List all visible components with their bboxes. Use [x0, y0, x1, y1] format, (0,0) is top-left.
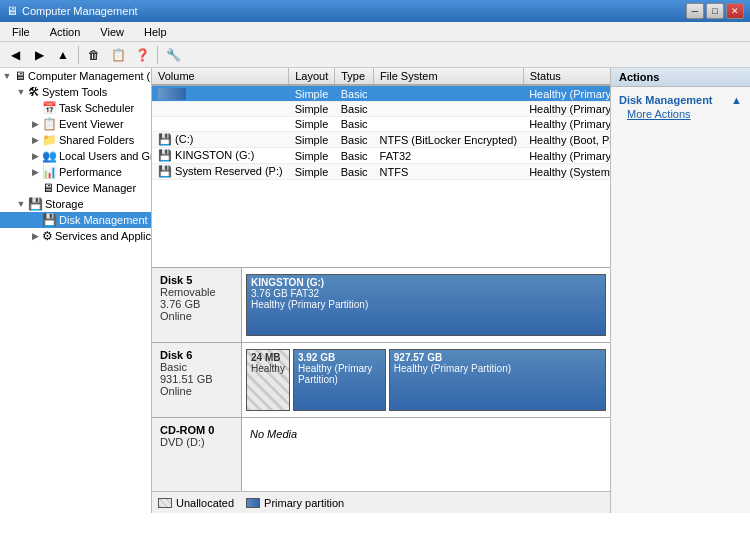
- services-label: Services and Applications: [55, 230, 152, 242]
- cell-type: Basic: [335, 132, 374, 148]
- disk-info: Disk 5Removable3.76 GBOnline: [152, 268, 242, 342]
- menu-help[interactable]: Help: [136, 25, 175, 39]
- toolbar-properties[interactable]: 📋: [107, 44, 129, 66]
- table-row[interactable]: 💾 KINGSTON (G:)SimpleBasicFAT32Healthy (…: [152, 148, 610, 164]
- expand-users: ▶: [28, 151, 42, 161]
- toolbar-separator-1: [78, 46, 79, 64]
- disk-visual-row: Disk 6Basic931.51 GBOnline24 MBHealthy3.…: [152, 343, 610, 418]
- disk-visual-row: Disk 5Removable3.76 GBOnlineKINGSTON (G:…: [152, 268, 610, 343]
- disk-size: 3.76 GB: [160, 298, 237, 310]
- vol-icon: 💾: [158, 133, 175, 145]
- actions-disk-arrow: ▲: [731, 94, 742, 106]
- root-icon: 🖥: [14, 69, 26, 83]
- device-label: Device Manager: [56, 182, 136, 194]
- minimize-button[interactable]: ─: [686, 3, 704, 19]
- sidebar-local-users[interactable]: ▶ 👥 Local Users and Groups: [0, 148, 151, 164]
- maximize-button[interactable]: □: [706, 3, 724, 19]
- part-status: Healthy (Primary Partition): [251, 299, 601, 310]
- col-type[interactable]: Type: [335, 68, 374, 85]
- table-row[interactable]: 💾 (C:)SimpleBasicNTFS (BitLocker Encrypt…: [152, 132, 610, 148]
- part-name: KINGSTON (G:): [251, 277, 601, 288]
- event-icon: 📋: [42, 117, 57, 131]
- toolbar-help[interactable]: ❓: [131, 44, 153, 66]
- cell-status: Healthy (Primary Partition): [523, 102, 610, 117]
- storage-icon: 💾: [28, 197, 43, 211]
- table-row[interactable]: SimpleBasicHealthy (Primary Partition): [152, 117, 610, 132]
- partition-block[interactable]: 24 MBHealthy: [246, 349, 290, 411]
- toolbar-show-hide[interactable]: 🗑: [83, 44, 105, 66]
- no-media-label: No Media: [246, 424, 301, 486]
- col-status[interactable]: Status: [523, 68, 610, 85]
- cell-filesystem: [374, 102, 524, 117]
- device-icon: 🖥: [42, 181, 54, 195]
- sidebar-services[interactable]: ▶ ⚙ Services and Applications: [0, 228, 151, 244]
- sidebar: ▼ 🖥 Computer Management (Local) ▼ 🛠 Syst…: [0, 68, 152, 513]
- sidebar-event-viewer[interactable]: ▶ 📋 Event Viewer: [0, 116, 151, 132]
- menu-action[interactable]: Action: [42, 25, 89, 39]
- disk-name: Disk 5: [160, 274, 237, 286]
- actions-section: Disk Management ▲ More Actions: [611, 87, 750, 125]
- toolbar-forward[interactable]: ▶: [28, 44, 50, 66]
- sidebar-shared-folders[interactable]: ▶ 📁 Shared Folders: [0, 132, 151, 148]
- sidebar-root[interactable]: ▼ 🖥 Computer Management (Local): [0, 68, 151, 84]
- cell-status: Healthy (System, Active, Primary Partiti…: [523, 164, 610, 180]
- table-row[interactable]: SimpleBasicHealthy (Primary Partition): [152, 102, 610, 117]
- cell-status: Healthy (Primary Partition): [523, 85, 610, 102]
- task-icon: 📅: [42, 101, 57, 115]
- actions-disk-label: Disk Management: [619, 94, 713, 106]
- cell-filesystem: FAT32: [374, 148, 524, 164]
- cell-type: Basic: [335, 102, 374, 117]
- sidebar-performance[interactable]: ▶ 📊 Performance: [0, 164, 151, 180]
- users-label: Local Users and Groups: [59, 150, 152, 162]
- partition-block[interactable]: 3.92 GBHealthy (Primary Partition): [293, 349, 386, 411]
- col-filesystem[interactable]: File System: [374, 68, 524, 85]
- sidebar-storage[interactable]: ▼ 💾 Storage: [0, 196, 151, 212]
- expand-services: ▶: [28, 231, 42, 241]
- disk-name: CD-ROM 0: [160, 424, 237, 436]
- disk-visual-row: CD-ROM 0DVD (D:)No Media: [152, 418, 610, 491]
- cell-type: Basic: [335, 85, 374, 102]
- vol-icon: 💾: [158, 165, 175, 177]
- legend-unallocated: Unallocated: [158, 497, 234, 509]
- cell-layout: Simple: [289, 117, 335, 132]
- table-row[interactable]: 💾 System Reserved (P:)SimpleBasicNTFSHea…: [152, 164, 610, 180]
- title-bar-buttons: ─ □ ✕: [686, 3, 744, 19]
- shared-label: Shared Folders: [59, 134, 134, 146]
- cell-status: Healthy (Primary Partition): [523, 117, 610, 132]
- legend-unalloc-label: Unallocated: [176, 497, 234, 509]
- actions-more[interactable]: More Actions: [619, 107, 742, 121]
- sidebar-disk-management[interactable]: 💾 Disk Management: [0, 212, 151, 228]
- cell-filesystem: [374, 117, 524, 132]
- disk-info: CD-ROM 0DVD (D:): [152, 418, 242, 491]
- actions-header: Actions: [611, 68, 750, 87]
- legend-primary-box: [246, 498, 260, 508]
- part-status: Healthy (Primary Partition): [394, 363, 601, 374]
- sidebar-device-manager[interactable]: 🖥 Device Manager: [0, 180, 151, 196]
- partition-block[interactable]: KINGSTON (G:)3.76 GB FAT32Healthy (Prima…: [246, 274, 606, 336]
- sidebar-task-scheduler[interactable]: 📅 Task Scheduler: [0, 100, 151, 116]
- menu-view[interactable]: View: [92, 25, 132, 39]
- disk-partitions: No Media: [242, 418, 610, 491]
- menu-file[interactable]: File: [4, 25, 38, 39]
- partition-block[interactable]: 927.57 GBHealthy (Primary Partition): [389, 349, 606, 411]
- toolbar-back[interactable]: ◀: [4, 44, 26, 66]
- col-layout[interactable]: Layout: [289, 68, 335, 85]
- toolbar-extra[interactable]: 🔧: [162, 44, 184, 66]
- table-row[interactable]: SimpleBasicHealthy (Primary Partition): [152, 85, 610, 102]
- disk-label: Disk Management: [59, 214, 148, 226]
- sidebar-system-tools[interactable]: ▼ 🛠 System Tools: [0, 84, 151, 100]
- disk-icon: 💾: [42, 213, 57, 227]
- actions-disk-management[interactable]: Disk Management ▲: [619, 91, 742, 107]
- close-button[interactable]: ✕: [726, 3, 744, 19]
- expand-shared: ▶: [28, 135, 42, 145]
- toolbar-separator-2: [157, 46, 158, 64]
- part-name: 24 MB: [251, 352, 285, 363]
- expand-storage: ▼: [14, 199, 28, 209]
- part-name: 927.57 GB: [394, 352, 601, 363]
- col-volume[interactable]: Volume: [152, 68, 289, 85]
- cell-status: Healthy (Primary Partition): [523, 148, 610, 164]
- table-area[interactable]: Volume Layout Type File System Status Si…: [152, 68, 610, 268]
- cell-type: Basic: [335, 117, 374, 132]
- content-area: Volume Layout Type File System Status Si…: [152, 68, 610, 513]
- toolbar-up[interactable]: ▲: [52, 44, 74, 66]
